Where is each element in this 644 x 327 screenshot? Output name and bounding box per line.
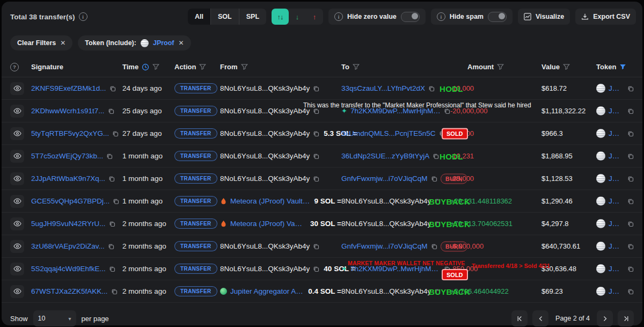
eye-icon[interactable] [10,150,24,163]
copy-icon[interactable] [113,198,119,205]
arrow-down-icon[interactable]: ↓ [289,9,306,25]
visualize-button[interactable]: Visualize [518,9,570,25]
token-link[interactable]: JProof [609,84,624,92]
copy-icon[interactable] [431,243,437,250]
signature-link[interactable]: 5S2qqaj4cWd9EhfkE... [31,265,106,273]
filter-icon[interactable] [199,63,206,70]
to-address[interactable]: 5kUmdnQMLS...PcnjTE5n5C [341,129,436,137]
copy-icon[interactable] [108,176,115,182]
clear-filters-chip[interactable]: Clear Filters ✕ [10,35,72,50]
copy-icon[interactable] [627,108,634,114]
copy-icon[interactable] [428,85,435,92]
copy-icon[interactable] [313,176,319,182]
to-address[interactable]: 36LdNp2SUE...zYyB9tYyjA [341,152,429,160]
copy-icon[interactable] [111,288,118,295]
sort-both-icon[interactable]: ↑↓ [272,9,289,25]
token-link[interactable]: JProof [609,197,624,205]
copy-icon[interactable] [313,153,319,159]
last-page-button[interactable] [618,310,634,326]
first-page-button[interactable] [511,310,528,326]
token-filter-chip[interactable]: Token (Include): JProof ✕ [78,35,191,50]
clock-icon[interactable] [142,63,149,71]
filter-icon[interactable] [563,63,570,70]
signature-link[interactable]: 2KDhwwWcrh1s91t7... [31,107,105,115]
copy-icon[interactable] [108,108,114,114]
to-address[interactable]: GnfvFwxmjw...i7oVJiqCqM [341,242,428,250]
signature-link[interactable]: 5tyTqRTBF5vy2QxYG... [31,129,109,137]
from-address[interactable]: Meteora (JProof) Vault Author... [230,220,306,228]
copy-icon[interactable] [108,243,114,250]
copy-icon[interactable] [109,266,115,272]
arrow-up-icon[interactable]: ↑ [306,9,323,25]
copy-icon[interactable] [313,243,319,250]
copy-icon[interactable] [109,85,116,92]
copy-icon[interactable] [627,176,634,182]
eye-icon[interactable] [10,217,24,230]
next-page-button[interactable] [597,310,613,326]
copy-icon[interactable] [109,221,115,227]
filter-icon[interactable] [152,63,159,70]
copy-icon[interactable] [313,85,319,92]
hide-zero-value-toggle[interactable] [401,12,420,22]
signature-link[interactable]: 3zU68rVAEpv2DiZav... [31,242,105,250]
filter-icon[interactable] [497,63,504,70]
signature-link[interactable]: GCE55vQHp4G7BPDj... [31,197,109,205]
signature-link[interactable]: 2JJpARtWbaK9n7Xq... [31,175,105,183]
copy-icon[interactable] [627,288,634,295]
token-link[interactable]: JProof [609,287,624,295]
hide-spam-control[interactable]: i Hide spam [431,9,513,25]
signature-link[interactable]: 2KNFS9ExefZBMk1d... [31,84,106,92]
eye-icon[interactable] [10,263,24,275]
page-size-select[interactable]: 10 ▾ [33,310,76,326]
to-address[interactable]: GnfvFwxmjw...i7oVJiqCqM [341,175,428,183]
tab-spl[interactable]: SPL [239,9,266,25]
to-address[interactable]: 33qsCzauLY...LYfnPvt2dX [341,84,425,92]
eye-icon[interactable] [10,195,24,208]
token-link[interactable]: JProof [609,107,624,115]
token-link[interactable]: JProof [609,152,624,160]
copy-icon[interactable] [313,130,319,137]
filter-icon[interactable] [353,63,360,70]
hide-spam-toggle[interactable] [488,12,507,22]
eye-icon[interactable] [10,285,24,298]
eye-icon[interactable] [10,127,24,140]
copy-icon[interactable] [433,153,439,159]
token-link[interactable]: JProof [609,129,624,137]
copy-icon[interactable] [627,153,634,159]
question-icon[interactable]: ? [10,63,19,71]
close-icon[interactable]: ✕ [179,39,184,47]
eye-icon[interactable] [10,240,24,253]
info-icon[interactable]: i [79,12,87,21]
copy-icon[interactable] [627,243,634,250]
action-badge: TRANSFER [174,286,217,296]
copy-icon[interactable] [627,85,634,92]
token-link[interactable]: JProof [609,242,624,250]
token-link[interactable]: JProof [609,175,624,183]
signature-link[interactable]: 67WSTJXa2ZK5fAKK... [31,287,108,295]
token-link[interactable]: JProof [609,220,624,228]
tab-all[interactable]: All [188,9,211,25]
token-link[interactable]: JProof [609,265,624,273]
copy-icon[interactable] [112,130,119,137]
copy-icon[interactable] [627,266,634,272]
prev-page-button[interactable] [532,310,548,326]
export-csv-button[interactable]: Export CSV [575,9,636,25]
copy-icon[interactable] [313,266,319,272]
tab-sol[interactable]: SOL [211,9,239,25]
close-icon[interactable]: ✕ [60,39,65,47]
hide-zero-value-control[interactable]: i Hide zero value [328,9,426,25]
eye-icon[interactable] [10,172,24,185]
eye-icon[interactable] [10,105,24,118]
copy-icon[interactable] [431,176,437,182]
from-address[interactable]: Jupiter Aggregator Authority 12 [230,287,304,295]
copy-icon[interactable] [106,153,113,159]
filter-icon[interactable] [241,63,248,70]
signature-link[interactable]: 5ugJH9SvuN42RYrU... [31,220,106,228]
copy-icon[interactable] [627,198,634,205]
signature-link[interactable]: 5T7c5ozWEjQy73kb... [31,152,103,160]
filter-active-icon[interactable] [619,63,626,70]
copy-icon[interactable] [627,130,634,137]
from-address[interactable]: Meteora (JProof) Vault Author... [230,197,310,205]
copy-icon[interactable] [627,221,634,227]
eye-icon[interactable] [10,82,24,95]
